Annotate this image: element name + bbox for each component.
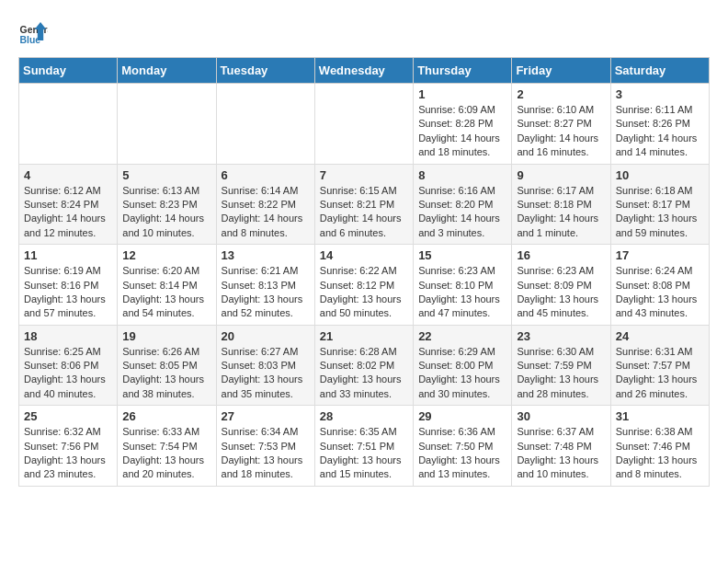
day-info: Sunrise: 6:35 AM Sunset: 7:51 PM Dayligh… bbox=[320, 425, 408, 482]
day-info: Sunrise: 6:38 AM Sunset: 7:46 PM Dayligh… bbox=[616, 425, 704, 482]
calendar-cell: 21Sunrise: 6:28 AM Sunset: 8:02 PM Dayli… bbox=[314, 325, 413, 406]
day-header-monday: Monday bbox=[118, 58, 216, 84]
day-number: 26 bbox=[122, 409, 210, 423]
calendar-cell: 29Sunrise: 6:36 AM Sunset: 7:50 PM Dayli… bbox=[414, 406, 512, 487]
calendar-week-row: 18Sunrise: 6:25 AM Sunset: 8:06 PM Dayli… bbox=[19, 325, 710, 406]
day-info: Sunrise: 6:16 AM Sunset: 8:20 PM Dayligh… bbox=[418, 184, 506, 241]
day-info: Sunrise: 6:23 AM Sunset: 8:10 PM Dayligh… bbox=[418, 264, 506, 321]
day-number: 22 bbox=[418, 329, 506, 343]
calendar-cell: 25Sunrise: 6:32 AM Sunset: 7:56 PM Dayli… bbox=[19, 406, 118, 487]
calendar-cell: 4Sunrise: 6:12 AM Sunset: 8:24 PM Daylig… bbox=[19, 164, 118, 245]
day-number: 1 bbox=[418, 87, 506, 101]
day-info: Sunrise: 6:32 AM Sunset: 7:56 PM Dayligh… bbox=[24, 425, 112, 482]
day-header-tuesday: Tuesday bbox=[216, 58, 314, 84]
calendar-body: 1Sunrise: 6:09 AM Sunset: 8:28 PM Daylig… bbox=[19, 84, 710, 487]
day-header-wednesday: Wednesday bbox=[314, 58, 413, 84]
day-info: Sunrise: 6:20 AM Sunset: 8:14 PM Dayligh… bbox=[122, 264, 210, 321]
calendar-cell: 8Sunrise: 6:16 AM Sunset: 8:20 PM Daylig… bbox=[414, 164, 512, 245]
calendar-cell: 26Sunrise: 6:33 AM Sunset: 7:54 PM Dayli… bbox=[118, 406, 216, 487]
calendar-cell: 17Sunrise: 6:24 AM Sunset: 8:08 PM Dayli… bbox=[610, 245, 709, 326]
day-number: 4 bbox=[24, 168, 112, 182]
page-header: General Blue bbox=[18, 18, 710, 48]
calendar-week-row: 4Sunrise: 6:12 AM Sunset: 8:24 PM Daylig… bbox=[19, 164, 710, 245]
calendar-cell: 11Sunrise: 6:19 AM Sunset: 8:16 PM Dayli… bbox=[19, 245, 118, 326]
day-info: Sunrise: 6:22 AM Sunset: 8:12 PM Dayligh… bbox=[320, 264, 408, 321]
calendar-cell: 22Sunrise: 6:29 AM Sunset: 8:00 PM Dayli… bbox=[414, 325, 512, 406]
calendar-week-row: 11Sunrise: 6:19 AM Sunset: 8:16 PM Dayli… bbox=[19, 245, 710, 326]
calendar-cell: 24Sunrise: 6:31 AM Sunset: 7:57 PM Dayli… bbox=[610, 325, 709, 406]
day-number: 2 bbox=[517, 87, 605, 101]
calendar-week-row: 1Sunrise: 6:09 AM Sunset: 8:28 PM Daylig… bbox=[19, 84, 710, 165]
day-number: 14 bbox=[320, 248, 408, 262]
calendar-table: SundayMondayTuesdayWednesdayThursdayFrid… bbox=[18, 57, 710, 487]
day-info: Sunrise: 6:10 AM Sunset: 8:27 PM Dayligh… bbox=[517, 103, 605, 160]
day-info: Sunrise: 6:24 AM Sunset: 8:08 PM Dayligh… bbox=[616, 264, 704, 321]
calendar-cell: 18Sunrise: 6:25 AM Sunset: 8:06 PM Dayli… bbox=[19, 325, 118, 406]
day-info: Sunrise: 6:13 AM Sunset: 8:23 PM Dayligh… bbox=[122, 184, 210, 241]
day-header-saturday: Saturday bbox=[610, 58, 709, 84]
day-info: Sunrise: 6:09 AM Sunset: 8:28 PM Dayligh… bbox=[418, 103, 506, 160]
calendar-cell bbox=[19, 84, 118, 165]
day-info: Sunrise: 6:27 AM Sunset: 8:03 PM Dayligh… bbox=[222, 345, 310, 402]
day-header-friday: Friday bbox=[512, 58, 610, 84]
day-number: 24 bbox=[616, 329, 704, 343]
calendar-cell: 1Sunrise: 6:09 AM Sunset: 8:28 PM Daylig… bbox=[414, 84, 512, 165]
calendar-cell: 15Sunrise: 6:23 AM Sunset: 8:10 PM Dayli… bbox=[414, 245, 512, 326]
day-info: Sunrise: 6:31 AM Sunset: 7:57 PM Dayligh… bbox=[616, 345, 704, 402]
day-info: Sunrise: 6:19 AM Sunset: 8:16 PM Dayligh… bbox=[24, 264, 112, 321]
logo: General Blue bbox=[18, 18, 48, 48]
day-info: Sunrise: 6:34 AM Sunset: 7:53 PM Dayligh… bbox=[222, 425, 310, 482]
day-info: Sunrise: 6:33 AM Sunset: 7:54 PM Dayligh… bbox=[122, 425, 210, 482]
day-number: 6 bbox=[222, 168, 310, 182]
calendar-cell: 19Sunrise: 6:26 AM Sunset: 8:05 PM Dayli… bbox=[118, 325, 216, 406]
day-number: 23 bbox=[517, 329, 605, 343]
calendar-cell: 31Sunrise: 6:38 AM Sunset: 7:46 PM Dayli… bbox=[610, 406, 709, 487]
day-info: Sunrise: 6:21 AM Sunset: 8:13 PM Dayligh… bbox=[222, 264, 310, 321]
day-number: 8 bbox=[418, 168, 506, 182]
calendar-cell: 28Sunrise: 6:35 AM Sunset: 7:51 PM Dayli… bbox=[314, 406, 413, 487]
day-header-sunday: Sunday bbox=[19, 58, 118, 84]
day-info: Sunrise: 6:12 AM Sunset: 8:24 PM Dayligh… bbox=[24, 184, 112, 241]
day-number: 19 bbox=[122, 329, 210, 343]
day-info: Sunrise: 6:26 AM Sunset: 8:05 PM Dayligh… bbox=[122, 345, 210, 402]
calendar-week-row: 25Sunrise: 6:32 AM Sunset: 7:56 PM Dayli… bbox=[19, 406, 710, 487]
day-number: 30 bbox=[517, 409, 605, 423]
logo-icon: General Blue bbox=[18, 18, 48, 48]
day-number: 15 bbox=[418, 248, 506, 262]
calendar-cell bbox=[216, 84, 314, 165]
day-info: Sunrise: 6:28 AM Sunset: 8:02 PM Dayligh… bbox=[320, 345, 408, 402]
day-number: 13 bbox=[222, 248, 310, 262]
day-info: Sunrise: 6:23 AM Sunset: 8:09 PM Dayligh… bbox=[517, 264, 605, 321]
day-info: Sunrise: 6:37 AM Sunset: 7:48 PM Dayligh… bbox=[517, 425, 605, 482]
day-info: Sunrise: 6:14 AM Sunset: 8:22 PM Dayligh… bbox=[222, 184, 310, 241]
day-number: 16 bbox=[517, 248, 605, 262]
day-number: 17 bbox=[616, 248, 704, 262]
day-info: Sunrise: 6:36 AM Sunset: 7:50 PM Dayligh… bbox=[418, 425, 506, 482]
day-number: 27 bbox=[222, 409, 310, 423]
day-info: Sunrise: 6:17 AM Sunset: 8:18 PM Dayligh… bbox=[517, 184, 605, 241]
calendar-cell: 3Sunrise: 6:11 AM Sunset: 8:26 PM Daylig… bbox=[610, 84, 709, 165]
day-number: 20 bbox=[222, 329, 310, 343]
day-number: 9 bbox=[517, 168, 605, 182]
calendar-header-row: SundayMondayTuesdayWednesdayThursdayFrid… bbox=[19, 58, 710, 84]
day-info: Sunrise: 6:11 AM Sunset: 8:26 PM Dayligh… bbox=[616, 103, 704, 160]
calendar-cell: 6Sunrise: 6:14 AM Sunset: 8:22 PM Daylig… bbox=[216, 164, 314, 245]
calendar-cell: 30Sunrise: 6:37 AM Sunset: 7:48 PM Dayli… bbox=[512, 406, 610, 487]
calendar-cell: 7Sunrise: 6:15 AM Sunset: 8:21 PM Daylig… bbox=[314, 164, 413, 245]
day-info: Sunrise: 6:15 AM Sunset: 8:21 PM Dayligh… bbox=[320, 184, 408, 241]
day-number: 28 bbox=[320, 409, 408, 423]
day-number: 25 bbox=[24, 409, 112, 423]
calendar-cell: 9Sunrise: 6:17 AM Sunset: 8:18 PM Daylig… bbox=[512, 164, 610, 245]
day-number: 21 bbox=[320, 329, 408, 343]
calendar-cell: 13Sunrise: 6:21 AM Sunset: 8:13 PM Dayli… bbox=[216, 245, 314, 326]
day-number: 5 bbox=[122, 168, 210, 182]
calendar-cell: 5Sunrise: 6:13 AM Sunset: 8:23 PM Daylig… bbox=[118, 164, 216, 245]
day-number: 10 bbox=[616, 168, 704, 182]
day-number: 3 bbox=[616, 87, 704, 101]
calendar-cell: 27Sunrise: 6:34 AM Sunset: 7:53 PM Dayli… bbox=[216, 406, 314, 487]
day-number: 29 bbox=[418, 409, 506, 423]
day-number: 31 bbox=[616, 409, 704, 423]
calendar-cell: 2Sunrise: 6:10 AM Sunset: 8:27 PM Daylig… bbox=[512, 84, 610, 165]
day-info: Sunrise: 6:18 AM Sunset: 8:17 PM Dayligh… bbox=[616, 184, 704, 241]
calendar-cell: 23Sunrise: 6:30 AM Sunset: 7:59 PM Dayli… bbox=[512, 325, 610, 406]
